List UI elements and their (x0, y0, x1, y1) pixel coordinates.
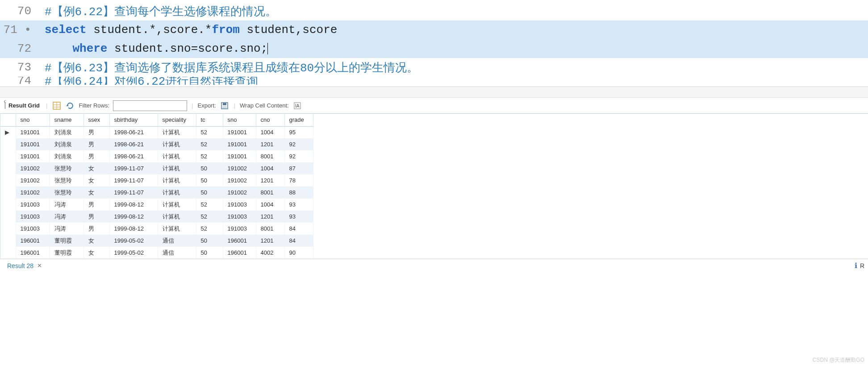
code-line[interactable]: 74#【例6.24】对例6.22进行自然连接查询 (0, 77, 868, 85)
cell[interactable]: 191002 (16, 162, 50, 174)
scroll-left-arrow[interactable]: ‹ (4, 97, 6, 105)
cell[interactable]: 191003 (16, 211, 50, 223)
cell[interactable]: 191002 (16, 174, 50, 186)
cell[interactable]: 刘清泉 (50, 126, 83, 138)
table-row[interactable]: 191003冯涛男1999-08-12计算机52191003800184 (0, 223, 313, 235)
cell[interactable]: 冯涛 (50, 198, 83, 211)
cell[interactable]: 191003 (16, 198, 50, 211)
cell[interactable]: 女 (83, 247, 109, 259)
table-row[interactable]: 191001刘清泉男1998-06-21计算机52191001120192 (0, 138, 313, 150)
row-indicator[interactable] (0, 198, 16, 211)
cell[interactable]: 50 (196, 247, 223, 259)
cell[interactable]: 男 (83, 223, 109, 235)
col-ssex[interactable]: ssex (83, 114, 109, 126)
cell[interactable]: 1201 (256, 211, 284, 223)
cell[interactable]: 191001 (16, 138, 50, 150)
cell[interactable]: 84 (284, 223, 313, 235)
row-indicator[interactable] (0, 223, 16, 235)
code-content[interactable]: #【例6.22】查询每个学生选修课程的情况。 (45, 4, 868, 19)
cell[interactable]: 191002 (223, 186, 256, 198)
panel-splitter[interactable]: ‹ (0, 87, 868, 97)
table-row[interactable]: 196001董明霞女1999-05-02通信50196001400290 (0, 247, 313, 259)
cell[interactable]: 董明霞 (50, 247, 83, 259)
cell[interactable]: 计算机 (158, 223, 196, 235)
code-content[interactable]: #【例6.23】查询选修了数据库系统课程且成绩在80分以上的学生情况。 (45, 60, 868, 75)
row-indicator[interactable] (0, 162, 16, 174)
row-indicator[interactable] (0, 186, 16, 198)
cell[interactable]: 93 (284, 211, 313, 223)
cell[interactable]: 男 (83, 138, 109, 150)
cell[interactable]: 1999-05-02 (109, 235, 158, 247)
cell[interactable]: 1999-05-02 (109, 247, 158, 259)
sql-editor[interactable]: 70#【例6.22】查询每个学生选修课程的情况。71 •select stude… (0, 0, 868, 87)
cell[interactable]: 1998-06-21 (109, 126, 158, 138)
cell[interactable]: 男 (83, 126, 109, 138)
cell[interactable]: 78 (284, 174, 313, 186)
row-indicator[interactable] (0, 211, 16, 223)
cell[interactable]: 1201 (256, 174, 284, 186)
cell[interactable]: 88 (284, 186, 313, 198)
cell[interactable]: 1004 (256, 162, 284, 174)
cell[interactable]: 191001 (223, 138, 256, 150)
cell[interactable]: 84 (284, 235, 313, 247)
row-indicator[interactable] (0, 235, 16, 247)
code-line[interactable]: 73#【例6.23】查询选修了数据库系统课程且成绩在80分以上的学生情况。 (0, 58, 868, 77)
cell[interactable]: 1999-11-07 (109, 162, 158, 174)
cell[interactable]: 计算机 (158, 126, 196, 138)
code-content[interactable]: #【例6.24】对例6.22进行自然连接查询 (45, 77, 868, 85)
filter-rows-input[interactable] (113, 100, 187, 111)
cell[interactable]: 1999-08-12 (109, 198, 158, 211)
cell[interactable]: 191002 (223, 174, 256, 186)
cell[interactable]: 张慧玲 (50, 162, 83, 174)
cell[interactable]: 8001 (256, 186, 284, 198)
code-content[interactable]: where student.sno=score.sno; (45, 42, 868, 55)
cell[interactable]: 196001 (223, 247, 256, 259)
col-sname[interactable]: sname (50, 114, 83, 126)
cell[interactable]: 50 (196, 162, 223, 174)
code-line[interactable]: 71 •select student.*,score.*from student… (0, 21, 868, 39)
col-tc[interactable]: tc (196, 114, 223, 126)
cell[interactable]: 通信 (158, 247, 196, 259)
row-indicator[interactable] (0, 174, 16, 186)
close-tab-icon[interactable]: ✕ (37, 262, 42, 269)
cell[interactable]: 1201 (256, 138, 284, 150)
result-grid[interactable]: sno sname ssex sbirthday speciality tc s… (0, 113, 868, 259)
table-row[interactable]: ▶191001刘清泉男1998-06-21计算机52191001100495 (0, 126, 313, 138)
cell[interactable]: 191001 (16, 126, 50, 138)
row-indicator[interactable] (0, 138, 16, 150)
cell[interactable]: 男 (83, 150, 109, 162)
table-row[interactable]: 191002张慧玲女1999-11-07计算机50191002120178 (0, 174, 313, 186)
cell[interactable]: 董明霞 (50, 235, 83, 247)
cell[interactable]: 女 (83, 235, 109, 247)
col-sno[interactable]: sno (16, 114, 50, 126)
result-table[interactable]: sno sname ssex sbirthday speciality tc s… (0, 114, 313, 259)
cell[interactable]: 1004 (256, 126, 284, 138)
table-row[interactable]: 191001刘清泉男1998-06-21计算机52191001800192 (0, 150, 313, 162)
col-grade[interactable]: grade (284, 114, 313, 126)
cell[interactable]: 通信 (158, 235, 196, 247)
cell[interactable]: 1004 (256, 198, 284, 211)
cell[interactable]: 92 (284, 150, 313, 162)
cell[interactable]: 计算机 (158, 138, 196, 150)
col-cno[interactable]: cno (256, 114, 284, 126)
code-line[interactable]: 70#【例6.22】查询每个学生选修课程的情况。 (0, 2, 868, 21)
cell[interactable]: 8001 (256, 150, 284, 162)
result-tab[interactable]: Result 28 ✕ (4, 260, 46, 271)
cell[interactable]: 191003 (223, 223, 256, 235)
cell[interactable]: 男 (83, 198, 109, 211)
cell[interactable]: 50 (196, 235, 223, 247)
cell[interactable]: 女 (83, 186, 109, 198)
cell[interactable]: 计算机 (158, 198, 196, 211)
cell[interactable]: 女 (83, 162, 109, 174)
cell[interactable]: 50 (196, 174, 223, 186)
cell[interactable]: 191002 (16, 186, 50, 198)
refresh-icon[interactable] (65, 101, 75, 111)
table-row[interactable]: 191002张慧玲女1999-11-07计算机50191002800188 (0, 186, 313, 198)
table-row[interactable]: 191002张慧玲女1999-11-07计算机50191002100487 (0, 162, 313, 174)
cell[interactable]: 计算机 (158, 174, 196, 186)
row-indicator[interactable] (0, 150, 16, 162)
cell[interactable]: 191002 (223, 162, 256, 174)
cell[interactable]: 196001 (16, 247, 50, 259)
cell[interactable]: 计算机 (158, 150, 196, 162)
cell[interactable]: 90 (284, 247, 313, 259)
